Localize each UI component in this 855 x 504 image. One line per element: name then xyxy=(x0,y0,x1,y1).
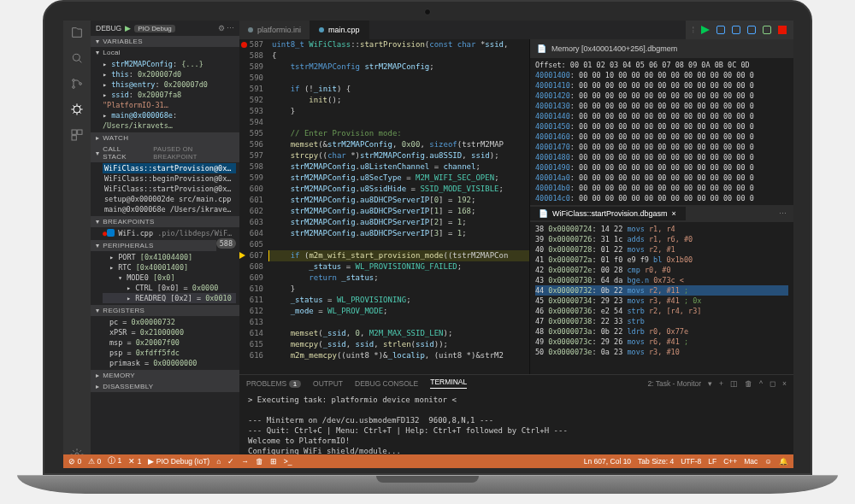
os: Mac xyxy=(744,457,758,466)
new-terminal-icon[interactable]: + xyxy=(719,379,723,388)
memory-header[interactable]: ▸ MEMORY xyxy=(91,370,239,381)
breakpoint-row[interactable]: ●WiFi.cpp .pio/libdeps/WiF… 588 xyxy=(91,227,239,240)
step-out-icon[interactable] xyxy=(747,26,756,34)
registers-header[interactable]: ▾ REGISTERS xyxy=(91,305,239,316)
memory-tab[interactable]: 📄 Memory [0x40001400+256].dbgmem xyxy=(530,39,793,58)
step-over-icon[interactable] xyxy=(716,26,725,34)
registers-list: pc = 0x00000732xPSR = 0x21000000msp = 0x… xyxy=(91,316,239,370)
asm-tab[interactable]: 📄 WiFiClass::startProvision.dbgasm × xyxy=(530,207,686,220)
close-icon[interactable]: × xyxy=(782,379,787,388)
split-terminal-icon[interactable]: ◫ xyxy=(730,379,738,388)
task-select[interactable]: 2: Task - Monitor xyxy=(647,379,701,388)
tab-platformio[interactable]: platformio.ini xyxy=(239,21,310,39)
search-icon[interactable] xyxy=(70,51,84,65)
more-icon[interactable]: ⋯ xyxy=(772,209,793,218)
tab-maincpp[interactable]: main.cpp xyxy=(310,21,369,39)
encoding[interactable]: UTF-8 xyxy=(681,457,701,466)
debugconsole-tab[interactable]: DEBUG CONSOLE xyxy=(355,379,418,388)
build-icon[interactable]: ✓ xyxy=(227,457,234,466)
locals-header[interactable]: ▾ Local xyxy=(91,47,239,58)
breakpoints-header[interactable]: ▾ BREAKPOINTS xyxy=(91,216,239,227)
watch-header[interactable]: ▸ WATCH xyxy=(91,132,239,144)
svg-rect-5 xyxy=(72,130,76,134)
memory-view: Offset: 00 01 02 03 04 05 06 07 08 09 0A… xyxy=(530,58,793,205)
peripherals-tree: ▸ PORT [0x41004400]▸ RTC [0x40001400]▾ M… xyxy=(91,251,239,305)
upload-icon[interactable]: → xyxy=(241,457,249,466)
svg-point-0 xyxy=(73,54,80,61)
home-icon[interactable]: ⌂ xyxy=(216,457,221,466)
maximize-icon[interactable]: ^ xyxy=(759,379,763,388)
explorer-icon[interactable] xyxy=(70,26,84,39)
restart-icon[interactable] xyxy=(763,26,771,34)
trash-icon[interactable]: 🗑 xyxy=(745,379,752,388)
svg-rect-7 xyxy=(72,136,76,140)
callstack-list: WiFiClass::startProvision@0x000007…WiFiC… xyxy=(91,162,239,216)
disassembly-header[interactable]: ▸ DISASSEMBLY xyxy=(91,381,239,392)
disassembly-view: 38 0x00000724: 14 22 movs r1, r4 39 0x00… xyxy=(530,222,793,359)
status-run[interactable]: ▶ PIO Debug (IoT) xyxy=(148,457,209,466)
variables-header[interactable]: ▾ VARIABLES xyxy=(91,36,239,47)
tab-bar: platformio.ini main.cpp ⦙ xyxy=(239,21,793,39)
term-icon[interactable]: >_ xyxy=(284,457,292,466)
callstack-header[interactable]: ▾ CALL STACK PAUSED ON BREAKPOINT xyxy=(91,144,239,162)
status-bar: ⊘ 0 ⚠ 0 ⓘ 1 ✕ 1 ▶ PIO Debug (IoT) ⌂ ✓ → … xyxy=(63,454,793,468)
continue-icon[interactable] xyxy=(701,26,710,34)
clean-icon[interactable]: 🗑 xyxy=(256,457,263,466)
svg-point-3 xyxy=(80,83,82,85)
stop-icon[interactable] xyxy=(778,26,787,34)
editor-group: platformio.ini main.cpp ⦙ xyxy=(239,21,793,468)
debug-icon[interactable] xyxy=(70,103,84,116)
step-into-icon[interactable] xyxy=(732,26,740,34)
status-warnings[interactable]: ⚠ 0 xyxy=(88,457,101,466)
activity-bar xyxy=(63,21,91,468)
sidebar-title: DEBUG xyxy=(96,24,121,32)
debug-sidebar: DEBUG ▶ PIO Debug ⚙ ⋯ ▾ VARIABLES ▾ Loca… xyxy=(91,21,239,468)
git-icon[interactable] xyxy=(70,77,84,91)
terminal-tab[interactable]: TERMINAL xyxy=(430,378,467,389)
serial-icon[interactable]: ⊞ xyxy=(270,457,277,466)
bell-icon[interactable]: 🔔 xyxy=(779,457,788,466)
svg-point-1 xyxy=(73,79,75,82)
svg-rect-6 xyxy=(78,130,82,134)
language-mode[interactable]: C++ xyxy=(723,457,737,466)
status-errors[interactable]: ⊘ 0 xyxy=(68,457,81,466)
peripherals-header[interactable]: ▾ PERIPHERALS xyxy=(91,240,216,251)
close-panel-icon[interactable]: ◻ xyxy=(770,379,775,388)
locals-list: ▸ strM2MAPConfig: {...}▸ this: 0x200007d… xyxy=(91,58,239,132)
feedback-icon[interactable]: ☺ xyxy=(764,457,772,466)
code-editor[interactable]: 5875885895905915925935945955965975985996… xyxy=(239,39,529,374)
debug-config[interactable]: PIO Debug xyxy=(134,25,175,32)
cursor-pos[interactable]: Ln 607, Col 10 xyxy=(584,457,631,466)
debug-toolbar: ⦙ xyxy=(686,21,793,39)
output-tab[interactable]: OUTPUT xyxy=(313,379,343,388)
svg-point-2 xyxy=(73,86,75,89)
eol[interactable]: LF xyxy=(708,457,716,466)
extensions-icon[interactable] xyxy=(70,128,84,142)
tab-size[interactable]: Tab Size: 4 xyxy=(638,457,674,466)
problems-tab[interactable]: PROBLEMS 1 xyxy=(246,379,301,388)
